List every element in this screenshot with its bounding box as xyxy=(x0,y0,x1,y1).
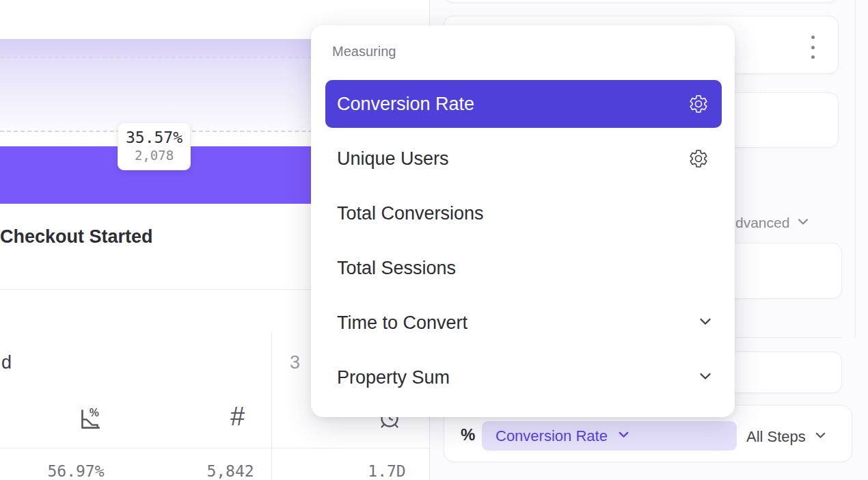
gear-icon[interactable] xyxy=(688,94,709,114)
kebab-menu-icon[interactable] xyxy=(808,36,817,59)
table-step-header-right-fragment: 3 xyxy=(290,352,300,373)
svg-text:%: % xyxy=(90,407,99,418)
query-card-partial-top xyxy=(444,0,839,3)
chevron-down-icon xyxy=(616,426,631,446)
measurement-chip[interactable]: Conversion Rate xyxy=(482,421,737,451)
tooltip-count: 2,078 xyxy=(118,147,190,163)
menu-item-label: Conversion Rate xyxy=(337,94,474,115)
panel-edge-line xyxy=(855,0,856,337)
count-cell: 5,842 xyxy=(206,462,254,480)
chevron-down-icon xyxy=(813,427,828,446)
all-steps-dropdown[interactable]: All Steps xyxy=(746,427,828,446)
measuring-popover: Measuring Conversion Rate Unique Users T… xyxy=(311,25,735,417)
funnels-report-screen: 35.57% 2,078 Checkout Started d 3 % # xyxy=(0,0,868,480)
menu-item-total-conversions[interactable]: Total Conversions xyxy=(325,189,722,237)
measuring-label: Measuring xyxy=(332,44,396,59)
advanced-label: dvanced xyxy=(735,215,789,231)
table-column-divider xyxy=(271,332,272,480)
all-steps-label: All Steps xyxy=(746,428,806,446)
chevron-down-icon xyxy=(697,313,714,332)
gear-icon[interactable] xyxy=(688,148,709,169)
chevron-down-icon xyxy=(796,213,811,232)
avg-time-cell: 1.7D xyxy=(368,462,405,480)
menu-item-unique-users[interactable]: Unique Users xyxy=(325,135,722,183)
menu-item-time-to-convert[interactable]: Time to Convert xyxy=(325,299,722,347)
menu-item-total-sessions[interactable]: Total Sessions xyxy=(325,244,722,292)
conversion-rate-column-icon: % xyxy=(77,406,103,435)
measurement-chip-label: Conversion Rate xyxy=(496,427,608,445)
step-label: Checkout Started xyxy=(0,226,153,248)
chart-tooltip: 35.57% 2,078 xyxy=(118,122,191,170)
table-step-header-left-fragment: d xyxy=(1,352,12,373)
conversion-rate-cell: 56.97% xyxy=(47,462,104,480)
menu-item-label: Total Conversions xyxy=(337,203,484,224)
menu-item-property-sum[interactable]: Property Sum xyxy=(325,354,722,401)
chevron-down-icon xyxy=(697,368,714,387)
table-row-divider xyxy=(0,448,429,449)
tooltip-conversion-rate: 35.57% xyxy=(118,129,190,147)
count-column-icon: # xyxy=(230,403,245,430)
menu-item-label: Total Sessions xyxy=(337,258,456,279)
menu-item-label: Time to Convert xyxy=(337,312,467,334)
menu-item-label: Property Sum xyxy=(337,367,450,388)
percent-symbol: % xyxy=(461,425,475,444)
menu-item-conversion-rate[interactable]: Conversion Rate xyxy=(325,80,722,128)
menu-item-label: Unique Users xyxy=(337,148,449,170)
advanced-dropdown[interactable]: dvanced xyxy=(735,213,811,232)
